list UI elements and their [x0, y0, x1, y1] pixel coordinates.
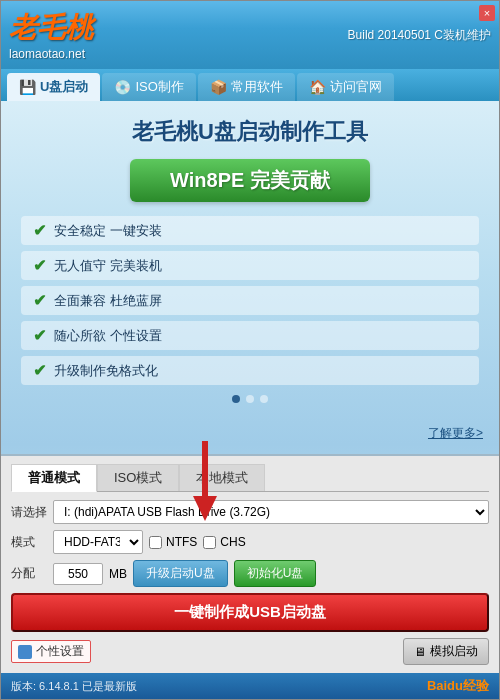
software-icon: 📦 [210, 79, 227, 95]
feature-list: ✔ 安全稳定 一键安装 ✔ 无人值守 完美装机 ✔ 全面兼容 杜绝蓝屏 ✔ 随心… [21, 216, 479, 385]
feature-item-1: ✔ 无人值守 完美装机 [21, 251, 479, 280]
slide-more-link[interactable]: 了解更多> [428, 425, 483, 442]
drive-select-row: 请选择 I: (hdi)APATA USB Flash Drive (3.72G… [11, 500, 489, 524]
check-icon-0: ✔ [33, 221, 46, 240]
check-icon-1: ✔ [33, 256, 46, 275]
logo-text-sub: laomaotao.net [9, 47, 93, 61]
slideshow-area: 老毛桃U盘启动制作工具 Win8PE 完美贡献 ✔ 安全稳定 一键安装 ✔ 无人… [1, 101, 499, 454]
chs-checkbox[interactable] [203, 536, 216, 549]
slide-dot-2[interactable] [260, 395, 268, 403]
nav-tab-u-boot-label: U盘启动 [40, 78, 88, 96]
main-window: 老毛桃 laomaotao.net Build 20140501 C装机维护 ×… [0, 0, 500, 700]
nav-bar: 💾 U盘启动 💿 ISO制作 📦 常用软件 🏠 访问官网 [1, 69, 499, 101]
partition-row: 分配 MB 升级启动U盘 初始化U盘 [11, 560, 489, 587]
nav-tab-u-boot[interactable]: 💾 U盘启动 [7, 73, 100, 101]
app-logo: 老毛桃 laomaotao.net [9, 9, 93, 61]
nav-tab-iso[interactable]: 💿 ISO制作 [102, 73, 195, 101]
red-arrow-indicator [191, 441, 219, 525]
mb-label: MB [109, 567, 127, 581]
ntfs-label: NTFS [166, 535, 197, 549]
nav-tab-software[interactable]: 📦 常用软件 [198, 73, 295, 101]
nav-tab-official-label: 访问官网 [330, 78, 382, 96]
usb-icon: 💾 [19, 79, 36, 95]
logo-text-main: 老毛桃 [9, 9, 93, 47]
title-bar: 老毛桃 laomaotao.net Build 20140501 C装机维护 × [1, 1, 499, 69]
nav-tab-official[interactable]: 🏠 访问官网 [297, 73, 394, 101]
settings-label: 个性设置 [36, 643, 84, 660]
slide-title: 老毛桃U盘启动制作工具 [132, 117, 368, 147]
chs-label: CHS [220, 535, 245, 549]
iso-icon: 💿 [114, 79, 131, 95]
check-icon-3: ✔ [33, 326, 46, 345]
make-usb-button[interactable]: 一键制作成USB启动盘 [11, 593, 489, 632]
feature-text-2: 全面兼容 杜绝蓝屏 [54, 292, 162, 310]
build-info: Build 20140501 C装机维护 [348, 27, 491, 44]
simulate-button[interactable]: 🖥 模拟启动 [403, 638, 489, 665]
feature-item-0: ✔ 安全稳定 一键安装 [21, 216, 479, 245]
mode-row: 模式 HDD-FAT32 NTFS CHS [11, 530, 489, 554]
settings-icon [18, 645, 32, 659]
slide-dot-0[interactable] [232, 395, 240, 403]
control-panel: 普通模式 ISO模式 本地模式 请选择 I: (hdi)APATA USB Fl… [1, 454, 499, 673]
feature-item-2: ✔ 全面兼容 杜绝蓝屏 [21, 286, 479, 315]
feature-text-1: 无人值守 完美装机 [54, 257, 162, 275]
partition-label: 分配 [11, 565, 47, 582]
feature-text-0: 安全稳定 一键安装 [54, 222, 162, 240]
nav-tab-software-label: 常用软件 [231, 78, 283, 96]
ntfs-checkbox-group: NTFS [149, 535, 197, 549]
upgrade-button[interactable]: 升级启动U盘 [133, 560, 228, 587]
drive-select[interactable]: I: (hdi)APATA USB Flash Drive (3.72G) [53, 500, 489, 524]
svg-marker-1 [193, 496, 217, 521]
feature-item-4: ✔ 升级制作免格式化 [21, 356, 479, 385]
slide-dot-1[interactable] [246, 395, 254, 403]
slide-dots [232, 395, 268, 403]
mode-tab-normal[interactable]: 普通模式 [11, 464, 97, 492]
footer-text: 版本: 6.14.8.1 已是最新版 [11, 679, 137, 694]
close-button[interactable]: × [479, 5, 495, 21]
partition-input[interactable] [53, 563, 103, 585]
check-icon-2: ✔ [33, 291, 46, 310]
feature-text-3: 随心所欲 个性设置 [54, 327, 162, 345]
bottom-row: 个性设置 🖥 模拟启动 [11, 638, 489, 665]
ntfs-checkbox[interactable] [149, 536, 162, 549]
chs-checkbox-group: CHS [203, 535, 245, 549]
feature-text-4: 升级制作免格式化 [54, 362, 158, 380]
simulate-label: 模拟启动 [430, 643, 478, 660]
mode-label: 模式 [11, 534, 47, 551]
nav-tab-iso-label: ISO制作 [135, 78, 183, 96]
mode-tabs: 普通模式 ISO模式 本地模式 [11, 464, 489, 492]
mode-tab-iso[interactable]: ISO模式 [97, 464, 179, 491]
select-label: 请选择 [11, 504, 47, 521]
format-button[interactable]: 初始化U盘 [234, 560, 317, 587]
mode-select[interactable]: HDD-FAT32 [53, 530, 143, 554]
feature-item-3: ✔ 随心所欲 个性设置 [21, 321, 479, 350]
slide-subtitle: Win8PE 完美贡献 [130, 159, 370, 202]
main-content: 老毛桃U盘启动制作工具 Win8PE 完美贡献 ✔ 安全稳定 一键安装 ✔ 无人… [1, 101, 499, 673]
personal-settings-button[interactable]: 个性设置 [11, 640, 91, 663]
check-icon-4: ✔ [33, 361, 46, 380]
monitor-icon: 🖥 [414, 645, 426, 659]
home-icon: 🏠 [309, 79, 326, 95]
footer: 版本: 6.14.8.1 已是最新版 Baidu经验 [1, 673, 499, 699]
footer-logo: Baidu经验 [427, 677, 489, 695]
